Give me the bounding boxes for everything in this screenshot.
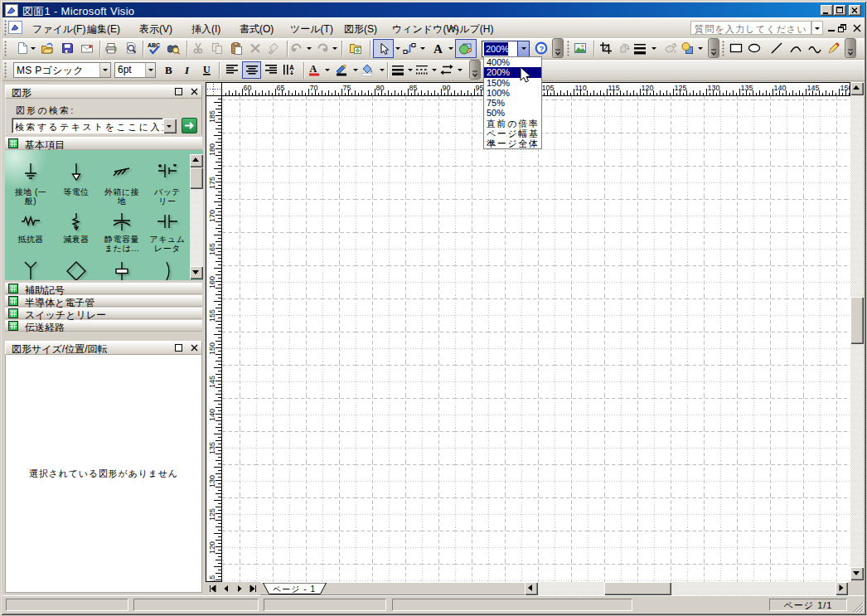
svg-text:130: 130 [708,84,720,92]
svg-text:B: B [165,64,172,76]
svg-text:120: 120 [642,84,654,92]
svg-text:A: A [310,63,317,75]
svg-text:115: 115 [208,575,216,581]
svg-text:150: 150 [208,342,216,355]
svg-text:75: 75 [343,84,351,92]
svg-text:135: 135 [208,442,216,454]
svg-text:140: 140 [208,409,216,421]
svg-text:105: 105 [542,84,555,92]
svg-text:95: 95 [476,84,484,92]
svg-text:80: 80 [376,84,385,92]
svg-text:90: 90 [443,84,451,92]
svg-text:125: 125 [208,508,216,521]
svg-text:185: 185 [208,110,216,123]
svg-text:125: 125 [675,84,687,92]
svg-text:120: 120 [208,541,216,554]
svg-text:145: 145 [807,84,820,92]
svg-text:?: ? [540,44,545,53]
svg-text:65: 65 [277,84,285,92]
svg-text:155: 155 [208,309,216,322]
svg-text:130: 130 [208,475,216,487]
svg-text:140: 140 [774,84,787,92]
svg-text:60: 60 [244,84,252,92]
svg-text:170: 170 [208,210,216,222]
svg-text:165: 165 [208,243,216,255]
svg-text:180: 180 [208,143,216,156]
svg-text:145: 145 [208,376,216,388]
svg-text:A: A [434,42,443,55]
svg-text:U: U [203,64,211,75]
svg-text:110: 110 [575,84,587,92]
svg-text:175: 175 [208,177,216,189]
svg-text:115: 115 [608,84,620,92]
svg-text:70: 70 [310,84,318,92]
svg-text:85: 85 [409,84,418,92]
svg-text:135: 135 [741,84,753,92]
svg-text:160: 160 [208,276,216,289]
svg-text:I: I [184,64,190,76]
svg-text:150: 150 [840,84,850,92]
